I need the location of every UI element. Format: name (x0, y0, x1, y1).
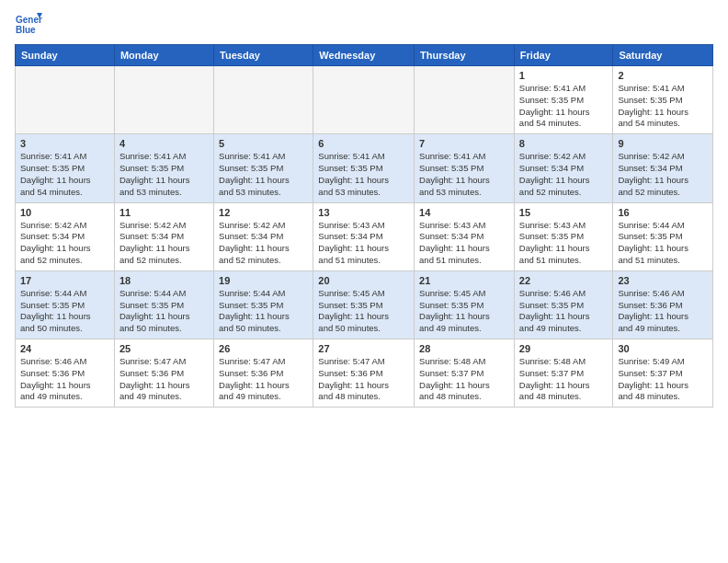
day-header-sunday: Sunday (16, 45, 115, 66)
day-info-text: Sunrise: 5:47 AM Sunset: 5:36 PM Dayligh… (219, 356, 308, 403)
day-info-text: Sunrise: 5:41 AM Sunset: 5:35 PM Dayligh… (20, 151, 109, 198)
day-info-text: Sunrise: 5:46 AM Sunset: 5:36 PM Dayligh… (618, 288, 708, 335)
calendar-day-cell: 7Sunrise: 5:41 AM Sunset: 5:35 PM Daylig… (415, 134, 515, 202)
day-number: 10 (20, 207, 109, 218)
calendar-day-cell: 16Sunrise: 5:44 AM Sunset: 5:35 PM Dayli… (613, 202, 713, 270)
day-number: 30 (618, 343, 708, 354)
day-info-text: Sunrise: 5:41 AM Sunset: 5:35 PM Dayligh… (618, 83, 708, 130)
day-info-text: Sunrise: 5:44 AM Sunset: 5:35 PM Dayligh… (618, 220, 708, 267)
day-info-text: Sunrise: 5:44 AM Sunset: 5:35 PM Dayligh… (119, 288, 209, 335)
day-info-text: Sunrise: 5:43 AM Sunset: 5:35 PM Dayligh… (519, 220, 609, 267)
day-header-wednesday: Wednesday (313, 45, 415, 66)
calendar-day-cell: 19Sunrise: 5:44 AM Sunset: 5:35 PM Dayli… (214, 270, 313, 339)
calendar-week-row: 24Sunrise: 5:46 AM Sunset: 5:36 PM Dayli… (16, 339, 713, 408)
calendar-day-cell: 1Sunrise: 5:41 AM Sunset: 5:35 PM Daylig… (514, 66, 613, 134)
day-info-text: Sunrise: 5:49 AM Sunset: 5:37 PM Dayligh… (618, 356, 708, 403)
calendar-day-cell: 15Sunrise: 5:43 AM Sunset: 5:35 PM Dayli… (514, 202, 613, 270)
calendar-day-cell (415, 66, 515, 134)
day-number: 21 (419, 275, 509, 286)
calendar-day-cell: 2Sunrise: 5:41 AM Sunset: 5:35 PM Daylig… (613, 66, 713, 134)
header: General Blue (15, 11, 713, 39)
day-info-text: Sunrise: 5:41 AM Sunset: 5:35 PM Dayligh… (318, 151, 409, 198)
calendar-day-cell: 30Sunrise: 5:49 AM Sunset: 5:37 PM Dayli… (613, 339, 713, 408)
calendar-day-cell: 4Sunrise: 5:41 AM Sunset: 5:35 PM Daylig… (114, 134, 213, 202)
day-number: 14 (419, 207, 509, 218)
logo: General Blue (15, 11, 42, 39)
day-info-text: Sunrise: 5:46 AM Sunset: 5:35 PM Dayligh… (519, 288, 609, 335)
calendar-day-cell: 11Sunrise: 5:42 AM Sunset: 5:34 PM Dayli… (114, 202, 213, 270)
logo-svg: General Blue (15, 11, 42, 39)
day-info-text: Sunrise: 5:42 AM Sunset: 5:34 PM Dayligh… (519, 151, 609, 198)
calendar-day-cell (114, 66, 213, 134)
day-info-text: Sunrise: 5:41 AM Sunset: 5:35 PM Dayligh… (419, 151, 509, 198)
calendar-day-cell: 18Sunrise: 5:44 AM Sunset: 5:35 PM Dayli… (114, 270, 213, 339)
day-number: 25 (119, 343, 209, 354)
day-info-text: Sunrise: 5:45 AM Sunset: 5:35 PM Dayligh… (419, 288, 509, 335)
day-number: 18 (119, 275, 209, 286)
day-number: 2 (618, 70, 708, 81)
calendar-header-row: SundayMondayTuesdayWednesdayThursdayFrid… (16, 45, 713, 66)
calendar-day-cell: 20Sunrise: 5:45 AM Sunset: 5:35 PM Dayli… (313, 270, 415, 339)
day-info-text: Sunrise: 5:42 AM Sunset: 5:34 PM Dayligh… (618, 151, 708, 198)
calendar-table: SundayMondayTuesdayWednesdayThursdayFrid… (15, 44, 713, 408)
day-number: 27 (318, 343, 409, 354)
calendar-day-cell: 25Sunrise: 5:47 AM Sunset: 5:36 PM Dayli… (114, 339, 213, 408)
day-number: 6 (318, 138, 409, 149)
day-info-text: Sunrise: 5:44 AM Sunset: 5:35 PM Dayligh… (219, 288, 308, 335)
day-info-text: Sunrise: 5:47 AM Sunset: 5:36 PM Dayligh… (318, 356, 409, 403)
day-info-text: Sunrise: 5:42 AM Sunset: 5:34 PM Dayligh… (20, 220, 109, 267)
calendar-day-cell: 26Sunrise: 5:47 AM Sunset: 5:36 PM Dayli… (214, 339, 313, 408)
day-info-text: Sunrise: 5:41 AM Sunset: 5:35 PM Dayligh… (519, 83, 609, 130)
calendar-day-cell: 6Sunrise: 5:41 AM Sunset: 5:35 PM Daylig… (313, 134, 415, 202)
svg-text:General: General (16, 15, 42, 25)
day-number: 16 (618, 207, 708, 218)
page-container: General Blue SundayMondayTuesdayWednesda… (0, 0, 728, 415)
calendar-day-cell: 9Sunrise: 5:42 AM Sunset: 5:34 PM Daylig… (613, 134, 713, 202)
day-number: 15 (519, 207, 609, 218)
day-info-text: Sunrise: 5:41 AM Sunset: 5:35 PM Dayligh… (219, 151, 308, 198)
day-header-saturday: Saturday (613, 45, 713, 66)
calendar-week-row: 3Sunrise: 5:41 AM Sunset: 5:35 PM Daylig… (16, 134, 713, 202)
day-number: 5 (219, 138, 308, 149)
day-number: 11 (119, 207, 209, 218)
day-number: 19 (219, 275, 308, 286)
day-header-thursday: Thursday (415, 45, 515, 66)
day-header-monday: Monday (114, 45, 213, 66)
calendar-day-cell: 28Sunrise: 5:48 AM Sunset: 5:37 PM Dayli… (415, 339, 515, 408)
calendar-day-cell: 21Sunrise: 5:45 AM Sunset: 5:35 PM Dayli… (415, 270, 515, 339)
calendar-week-row: 17Sunrise: 5:44 AM Sunset: 5:35 PM Dayli… (16, 270, 713, 339)
calendar-day-cell: 3Sunrise: 5:41 AM Sunset: 5:35 PM Daylig… (16, 134, 115, 202)
calendar-week-row: 10Sunrise: 5:42 AM Sunset: 5:34 PM Dayli… (16, 202, 713, 270)
day-number: 4 (119, 138, 209, 149)
calendar-day-cell (313, 66, 415, 134)
day-number: 12 (219, 207, 308, 218)
day-number: 28 (419, 343, 509, 354)
calendar-day-cell: 10Sunrise: 5:42 AM Sunset: 5:34 PM Dayli… (16, 202, 115, 270)
day-info-text: Sunrise: 5:47 AM Sunset: 5:36 PM Dayligh… (119, 356, 209, 403)
calendar-day-cell: 17Sunrise: 5:44 AM Sunset: 5:35 PM Dayli… (16, 270, 115, 339)
day-info-text: Sunrise: 5:48 AM Sunset: 5:37 PM Dayligh… (419, 356, 509, 403)
calendar-day-cell: 23Sunrise: 5:46 AM Sunset: 5:36 PM Dayli… (613, 270, 713, 339)
calendar-day-cell: 5Sunrise: 5:41 AM Sunset: 5:35 PM Daylig… (214, 134, 313, 202)
day-number: 8 (519, 138, 609, 149)
day-number: 3 (20, 138, 109, 149)
calendar-day-cell: 29Sunrise: 5:48 AM Sunset: 5:37 PM Dayli… (514, 339, 613, 408)
day-number: 29 (519, 343, 609, 354)
calendar-day-cell (214, 66, 313, 134)
day-header-friday: Friday (514, 45, 613, 66)
day-info-text: Sunrise: 5:45 AM Sunset: 5:35 PM Dayligh… (318, 288, 409, 335)
day-number: 22 (519, 275, 609, 286)
day-info-text: Sunrise: 5:42 AM Sunset: 5:34 PM Dayligh… (119, 220, 209, 267)
day-info-text: Sunrise: 5:43 AM Sunset: 5:34 PM Dayligh… (419, 220, 509, 267)
day-info-text: Sunrise: 5:42 AM Sunset: 5:34 PM Dayligh… (219, 220, 308, 267)
day-info-text: Sunrise: 5:48 AM Sunset: 5:37 PM Dayligh… (519, 356, 609, 403)
day-number: 23 (618, 275, 708, 286)
calendar-day-cell: 24Sunrise: 5:46 AM Sunset: 5:36 PM Dayli… (16, 339, 115, 408)
day-number: 13 (318, 207, 409, 218)
day-number: 1 (519, 70, 609, 81)
calendar-day-cell: 13Sunrise: 5:43 AM Sunset: 5:34 PM Dayli… (313, 202, 415, 270)
day-number: 20 (318, 275, 409, 286)
day-info-text: Sunrise: 5:43 AM Sunset: 5:34 PM Dayligh… (318, 220, 409, 267)
day-number: 9 (618, 138, 708, 149)
calendar-day-cell: 14Sunrise: 5:43 AM Sunset: 5:34 PM Dayli… (415, 202, 515, 270)
